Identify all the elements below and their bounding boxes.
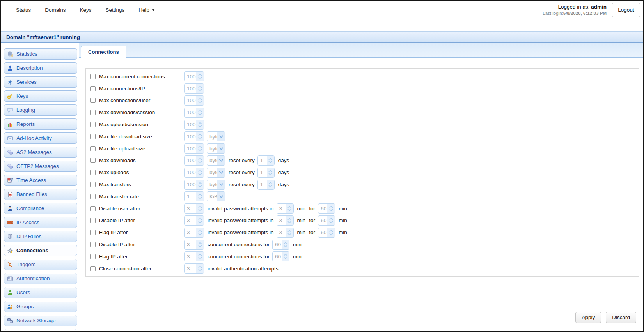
spinner-down-icon[interactable] <box>198 89 202 91</box>
menu-item-domains[interactable]: Domains <box>45 7 66 13</box>
spinner-down-icon[interactable] <box>198 197 202 199</box>
sidebar-item-triggers[interactable]: Triggers <box>4 259 77 270</box>
sidebar-item-connections[interactable]: Connections <box>4 245 77 256</box>
menu-item-settings[interactable]: Settings <box>106 7 125 13</box>
sidebar-item-statistics[interactable]: Statistics <box>4 48 77 60</box>
discard-button[interactable]: Discard <box>606 312 636 323</box>
row-checkbox[interactable] <box>90 218 96 223</box>
row-checkbox[interactable] <box>90 122 96 127</box>
number-spinner[interactable]: 1 <box>184 191 204 201</box>
sidebar-item-network-storage[interactable]: Network Storage <box>4 315 77 326</box>
number-spinner[interactable]: 100 <box>184 95 204 106</box>
spinner-down-icon[interactable] <box>329 221 333 223</box>
spinner-down-icon[interactable] <box>268 185 272 187</box>
unit-select[interactable]: byte <box>207 143 225 154</box>
number-spinner[interactable]: 1 <box>257 155 275 166</box>
row-checkbox[interactable] <box>90 266 96 271</box>
sidebar-item-dlp-rules[interactable]: DLP Rules <box>4 231 77 242</box>
spinner-up-icon[interactable] <box>198 266 202 268</box>
unit-select[interactable]: byte <box>207 168 225 178</box>
spinner-up-icon[interactable] <box>287 218 291 220</box>
spinner-up-icon[interactable] <box>268 170 272 172</box>
spinner-up-icon[interactable] <box>198 110 202 112</box>
spinner-down-icon[interactable] <box>268 161 272 163</box>
spinner-up-icon[interactable] <box>287 206 291 208</box>
menu-item-keys[interactable]: Keys <box>80 7 92 13</box>
spinner-down-icon[interactable] <box>198 149 202 151</box>
sidebar-item-banned-files[interactable]: Banned Files <box>4 189 77 200</box>
sidebar-item-logging[interactable]: Logging <box>4 104 77 116</box>
row-checkbox[interactable] <box>90 230 96 235</box>
number-spinner[interactable]: 3 <box>184 215 204 226</box>
spinner-down-icon[interactable] <box>284 257 287 259</box>
number-spinner[interactable]: 60 <box>318 203 335 214</box>
spinner-up-icon[interactable] <box>268 158 272 160</box>
row-checkbox[interactable] <box>90 86 96 91</box>
spinner-down-icon[interactable] <box>198 125 202 127</box>
number-spinner[interactable]: 100 <box>184 168 204 178</box>
number-spinner[interactable]: 3 <box>184 240 204 250</box>
row-checkbox[interactable] <box>90 98 96 103</box>
row-checkbox[interactable] <box>90 254 96 259</box>
row-checkbox[interactable] <box>90 146 96 151</box>
spinner-up-icon[interactable] <box>198 242 202 244</box>
number-spinner[interactable]: 3 <box>184 203 204 214</box>
menu-item-status[interactable]: Status <box>16 7 31 13</box>
spinner-up-icon[interactable] <box>268 182 272 184</box>
apply-button[interactable]: Apply <box>575 312 601 323</box>
number-spinner[interactable]: 100 <box>184 83 204 94</box>
number-spinner[interactable]: 100 <box>184 155 204 166</box>
number-spinner[interactable]: 3 <box>184 263 204 274</box>
spinner-up-icon[interactable] <box>198 206 202 208</box>
number-spinner[interactable]: 60 <box>272 240 289 250</box>
row-checkbox[interactable] <box>90 158 96 163</box>
spinner-down-icon[interactable] <box>287 233 291 235</box>
number-spinner[interactable]: 3 <box>184 228 204 238</box>
number-spinner[interactable]: 3 <box>184 251 204 261</box>
unit-select[interactable]: byte <box>207 131 225 141</box>
spinner-up-icon[interactable] <box>198 170 202 172</box>
number-spinner[interactable]: 100 <box>184 131 204 141</box>
spinner-down-icon[interactable] <box>198 257 202 259</box>
spinner-down-icon[interactable] <box>198 269 202 271</box>
spinner-down-icon[interactable] <box>198 137 202 139</box>
tab-connections[interactable]: Connections <box>81 46 126 58</box>
spinner-up-icon[interactable] <box>198 146 202 148</box>
sidebar-item-users[interactable]: Users <box>4 287 77 298</box>
spinner-up-icon[interactable] <box>329 218 333 220</box>
row-checkbox[interactable] <box>90 170 96 175</box>
spinner-down-icon[interactable] <box>284 245 287 247</box>
spinner-down-icon[interactable] <box>198 233 202 235</box>
spinner-down-icon[interactable] <box>198 113 202 115</box>
spinner-up-icon[interactable] <box>198 194 202 196</box>
spinner-up-icon[interactable] <box>198 158 202 160</box>
spinner-up-icon[interactable] <box>287 230 291 232</box>
sidebar-item-compliance[interactable]: Compliance <box>4 203 77 214</box>
menu-item-help[interactable]: Help <box>138 7 155 13</box>
spinner-down-icon[interactable] <box>198 77 202 79</box>
unit-select[interactable]: KiBp <box>207 191 225 201</box>
spinner-up-icon[interactable] <box>198 218 202 220</box>
spinner-up-icon[interactable] <box>284 254 287 256</box>
spinner-down-icon[interactable] <box>329 209 333 211</box>
number-spinner[interactable]: 100 <box>184 71 204 81</box>
sidebar-item-partial[interactable] <box>4 329 77 330</box>
number-spinner[interactable]: 100 <box>184 180 204 190</box>
spinner-up-icon[interactable] <box>198 230 202 232</box>
number-spinner[interactable]: 1 <box>257 168 275 178</box>
sidebar-item-as2-messages[interactable]: AS2 Messages <box>4 147 77 158</box>
sidebar-item-oftp2-messages[interactable]: OFTP2 Messages <box>4 161 77 172</box>
number-spinner[interactable]: 1 <box>257 180 275 190</box>
spinner-down-icon[interactable] <box>287 209 291 211</box>
number-spinner[interactable]: 100 <box>184 143 204 154</box>
number-spinner[interactable]: 3 <box>277 228 294 238</box>
spinner-up-icon[interactable] <box>198 134 202 136</box>
number-spinner[interactable]: 3 <box>277 215 294 226</box>
unit-select[interactable]: byte <box>207 155 225 166</box>
spinner-up-icon[interactable] <box>198 74 202 76</box>
number-spinner[interactable]: 100 <box>184 120 204 130</box>
spinner-down-icon[interactable] <box>287 221 291 223</box>
spinner-down-icon[interactable] <box>198 161 202 163</box>
spinner-down-icon[interactable] <box>198 221 202 223</box>
row-checkbox[interactable] <box>90 74 96 79</box>
